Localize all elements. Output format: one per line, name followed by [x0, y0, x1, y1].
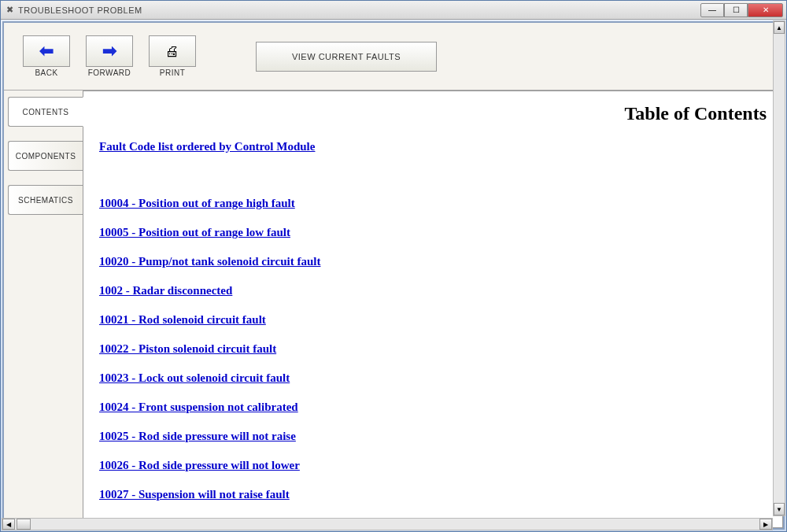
fault-link[interactable]: 1002 - Radar disconnected: [99, 284, 767, 297]
toolbar: ⬅ BACK ➡ FORWARD 🖨 PRINT VIEW CURRENT FA…: [4, 23, 783, 90]
app-icon: ✖: [4, 5, 15, 16]
print-label: PRINT: [160, 68, 186, 77]
forward-button[interactable]: ➡ FORWARD: [83, 32, 136, 80]
fault-link[interactable]: 10020 - Pump/not tank solenoid circuit f…: [99, 255, 767, 268]
app-window: ✖ TROUBLESHOOT PROBLEM — ☐ ✕ ⬅ BACK ➡ FO…: [0, 0, 787, 532]
minimize-button[interactable]: —: [700, 3, 724, 17]
forward-label: FORWARD: [88, 68, 131, 77]
side-tabs: CONTENTS COMPONENTS SCHEMATICS: [4, 91, 83, 528]
fault-link[interactable]: 10022 - Piston solenoid circuit fault: [99, 342, 767, 356]
fault-link[interactable]: 10026 - Rod side pressure will not lower: [99, 459, 767, 472]
tab-schematics[interactable]: SCHEMATICS: [8, 185, 83, 215]
fault-link[interactable]: 10004 - Position out of range high fault: [99, 197, 767, 210]
fault-link[interactable]: 10025 - Rod side pressure will not raise: [99, 430, 767, 443]
main-area: ⬅ BACK ➡ FORWARD 🖨 PRINT VIEW CURRENT FA…: [2, 21, 785, 530]
fault-link[interactable]: 10024 - Front suspension not calibrated: [99, 401, 767, 414]
window-controls: — ☐ ✕: [700, 3, 783, 17]
printer-icon: 🖨: [149, 35, 196, 67]
print-button[interactable]: 🖨 PRINT: [146, 32, 199, 80]
header-link[interactable]: Fault Code list ordered by Control Modul…: [99, 140, 767, 153]
fault-link[interactable]: 10005 - Position out of range low fault: [99, 226, 767, 239]
page-title: Table of Contents: [99, 103, 767, 124]
content-wrapper: CONTENTS COMPONENTS SCHEMATICS Table of …: [4, 90, 783, 528]
back-arrow-icon: ⬅: [23, 35, 70, 67]
tab-contents[interactable]: CONTENTS: [8, 97, 83, 127]
tab-components[interactable]: COMPONENTS: [8, 141, 83, 171]
scroll-left-icon[interactable]: ◀: [2, 519, 15, 530]
forward-arrow-icon: ➡: [86, 35, 133, 67]
vertical-scrollbar[interactable]: ▲ ▼: [773, 20, 785, 516]
scroll-up-icon[interactable]: ▲: [774, 21, 785, 34]
close-button[interactable]: ✕: [748, 3, 783, 17]
scroll-right-icon[interactable]: ▶: [759, 519, 772, 530]
horizontal-scrollbar[interactable]: ◀ ▶: [2, 518, 773, 530]
content-panel: Table of Contents Fault Code list ordere…: [83, 91, 783, 528]
window-title: TROUBLESHOOT PROBLEM: [18, 6, 700, 15]
fault-link[interactable]: 10023 - Lock out solenoid circuit fault: [99, 371, 767, 385]
title-bar: ✖ TROUBLESHOOT PROBLEM — ☐ ✕: [1, 1, 786, 20]
back-button[interactable]: ⬅ BACK: [20, 32, 73, 80]
back-label: BACK: [35, 68, 57, 77]
fault-link[interactable]: 10027 - Suspension will not raise fault: [99, 488, 767, 501]
fault-link[interactable]: 10021 - Rod solenoid circuit fault: [99, 313, 767, 327]
scroll-down-icon[interactable]: ▼: [774, 503, 785, 515]
view-current-faults-button[interactable]: VIEW CURRENT FAULTS: [256, 42, 437, 72]
scroll-thumb[interactable]: [17, 519, 31, 530]
maximize-button[interactable]: ☐: [724, 3, 748, 17]
